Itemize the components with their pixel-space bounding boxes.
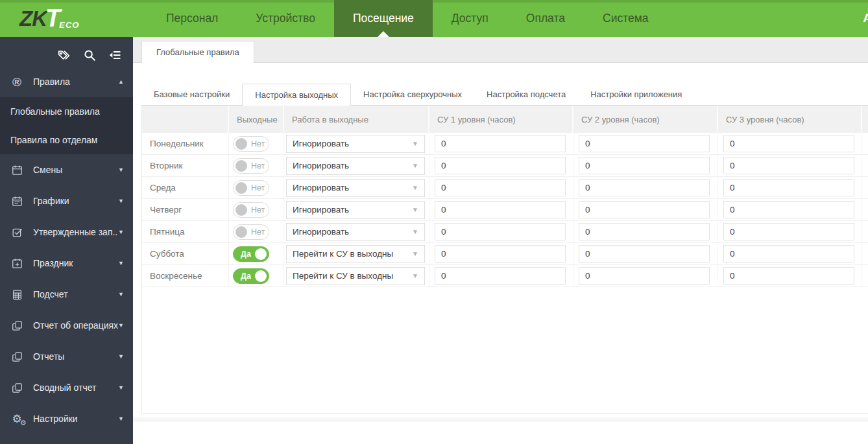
sidebar-item-rules[interactable]: ® Правила ▲ xyxy=(0,66,133,97)
nav-device[interactable]: Устройство xyxy=(237,0,334,37)
tab-overtime-settings[interactable]: Настройка сверхурочных xyxy=(351,84,474,105)
tags-icon[interactable] xyxy=(57,48,71,62)
app-header: ZK T ECO Персонал Устройство Посещение Д… xyxy=(0,0,868,37)
sidebar-item-department-rules[interactable]: Правила по отделам xyxy=(0,126,133,154)
table-header-row: Выходные Работа в выходные СУ 1 уровня (… xyxy=(142,106,868,133)
ot-level-3-input[interactable] xyxy=(723,157,854,174)
chevron-down-icon: ▼ xyxy=(118,415,124,422)
toggle-knob xyxy=(235,204,247,216)
settings-subtabs: Базовые настройки Настройка выходных Нас… xyxy=(141,84,868,106)
ot-level-2-input[interactable] xyxy=(579,157,710,174)
weekend-work-select[interactable]: Игнорировать▼ xyxy=(286,201,425,219)
day-label: Пятница xyxy=(142,221,229,242)
weekend-toggle[interactable]: Да xyxy=(233,268,269,284)
ot-level-2-input[interactable] xyxy=(579,267,710,285)
search-icon[interactable] xyxy=(82,48,97,62)
nav-attendance[interactable]: Посещение xyxy=(334,0,433,37)
nav-access[interactable]: Доступ xyxy=(433,0,507,37)
weekend-work-select[interactable]: Игнорировать▼ xyxy=(286,179,425,197)
weekend-work-select[interactable]: Игнорировать▼ xyxy=(286,157,425,175)
sidebar-item-reports[interactable]: Отчеты ▼ xyxy=(0,341,133,372)
sidebar-item-shifts[interactable]: Смены ▼ xyxy=(0,154,133,185)
ot-level-1-input[interactable] xyxy=(435,179,566,196)
report-pages-icon xyxy=(9,382,25,394)
top-nav: Персонал Устройство Посещение Доступ Опл… xyxy=(147,0,667,37)
chevron-down-icon: ▼ xyxy=(412,250,418,257)
weekend-toggle[interactable]: Нет xyxy=(233,136,269,152)
sidebar-item-approved[interactable]: Утвержденные зап... ▼ xyxy=(0,216,133,248)
chevron-down-icon: ▼ xyxy=(118,260,124,266)
nav-system[interactable]: Система xyxy=(584,0,667,37)
weekend-table: Выходные Работа в выходные СУ 1 уровня (… xyxy=(142,106,868,287)
user-label[interactable]: A xyxy=(863,11,868,25)
logo-t: T xyxy=(45,5,60,32)
nav-payroll[interactable]: Оплата xyxy=(507,0,584,37)
ot-level-1-input[interactable] xyxy=(435,135,566,152)
ot-level-2-input[interactable] xyxy=(579,179,710,196)
weekend-toggle[interactable]: Да xyxy=(233,246,269,262)
day-label: Среда xyxy=(142,177,229,198)
sidebar-item-calculation[interactable]: Подсчет ▼ xyxy=(0,279,133,310)
table-row: Воскресенье Да Перейти к СУ в выходны▼ xyxy=(142,265,868,287)
toggle-knob xyxy=(235,226,247,238)
chevron-down-icon: ▼ xyxy=(412,184,418,191)
chevron-down-icon: ▼ xyxy=(118,322,124,329)
day-label: Четверг xyxy=(142,199,229,220)
ot-level-2-input[interactable] xyxy=(579,223,710,240)
sidebar-item-global-rules[interactable]: Глобальные правила xyxy=(0,97,133,126)
ot-level-2-input[interactable] xyxy=(579,201,710,218)
ot-level-2-input[interactable] xyxy=(579,135,710,152)
col-extra xyxy=(862,106,868,133)
sidebar-item-holiday[interactable]: Праздник ▼ xyxy=(0,248,133,279)
day-label: Воскресенье xyxy=(142,265,229,286)
ot-level-1-input[interactable] xyxy=(435,245,566,263)
day-label: Суббота xyxy=(142,243,229,264)
weekend-work-select[interactable]: Перейти к СУ в выходны▼ xyxy=(286,245,425,263)
col-day xyxy=(142,106,229,133)
main-content: Глобальные правила Базовые настройки Нас… xyxy=(133,37,868,444)
nav-personnel[interactable]: Персонал xyxy=(147,0,237,37)
ot-level-3-input[interactable] xyxy=(723,201,854,218)
ot-level-3-input[interactable] xyxy=(723,179,854,196)
sidebar-tools xyxy=(0,37,133,66)
weekend-work-select[interactable]: Игнорировать▼ xyxy=(286,135,425,153)
weekend-toggle[interactable]: Нет xyxy=(233,180,269,196)
ot-level-1-input[interactable] xyxy=(435,157,566,174)
sidebar: ® Правила ▲ Глобальные правила Правила п… xyxy=(0,37,133,444)
ot-level-1-input[interactable] xyxy=(435,223,566,240)
content-bottom-band xyxy=(133,417,868,422)
tab-weekend-settings[interactable]: Настройка выходных xyxy=(242,84,351,106)
weekend-work-select[interactable]: Перейти к СУ в выходны▼ xyxy=(286,267,425,285)
toggle-knob xyxy=(255,270,267,282)
table-row: Суббота Да Перейти к СУ в выходны▼ xyxy=(142,243,868,265)
ot-level-3-input[interactable] xyxy=(723,245,854,263)
ot-level-1-input[interactable] xyxy=(435,201,566,218)
ot-level-1-input[interactable] xyxy=(435,267,566,285)
weekend-toggle[interactable]: Нет xyxy=(233,224,269,240)
col-workmode: Работа в выходные xyxy=(284,106,429,133)
table-row: Пятница Нет Игнорировать▼ xyxy=(142,221,868,243)
weekend-toggle[interactable]: Нет xyxy=(233,158,269,174)
chevron-down-icon: ▼ xyxy=(118,353,124,360)
logo-eco: ECO xyxy=(59,20,79,30)
sidebar-item-schedules[interactable]: Графики ▼ xyxy=(0,185,133,216)
ot-level-3-input[interactable] xyxy=(723,223,854,240)
weekend-work-select[interactable]: Игнорировать▼ xyxy=(286,223,425,241)
tab-calculation-settings[interactable]: Настройка подсчета xyxy=(474,84,578,105)
ot-level-3-input[interactable] xyxy=(723,135,854,152)
ot-level-2-input[interactable] xyxy=(579,245,710,263)
weekend-toggle[interactable]: Нет xyxy=(233,202,269,218)
sidebar-item-settings[interactable]: ⚙⚙ Настройки ▼ xyxy=(0,403,133,434)
sidebar-item-summary-report[interactable]: Сводный отчет ▼ xyxy=(0,372,133,403)
table-row: Вторник Нет Игнорировать▼ xyxy=(142,155,868,177)
tab-app-settings[interactable]: Настройки приложения xyxy=(578,84,694,105)
day-label: Понедельник xyxy=(142,133,229,154)
tab-global-rules[interactable]: Глобальные правила xyxy=(141,41,254,63)
day-label: Вторник xyxy=(142,155,229,176)
collapse-menu-icon[interactable] xyxy=(108,48,122,62)
chevron-down-icon: ▼ xyxy=(118,229,124,235)
tab-base-settings[interactable]: Базовые настройки xyxy=(141,84,242,105)
sidebar-item-operation-report[interactable]: Отчет об операциях ▼ xyxy=(0,310,133,341)
col-weekend: Выходные xyxy=(229,106,284,133)
ot-level-3-input[interactable] xyxy=(723,267,854,285)
